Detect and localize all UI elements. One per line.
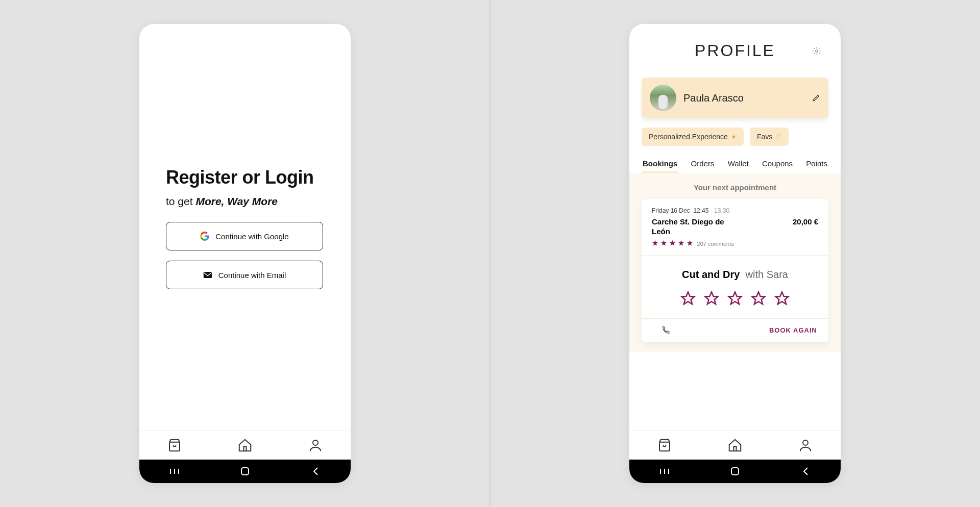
user-name: Paula Arasco xyxy=(683,92,805,104)
svg-marker-12 xyxy=(687,240,693,245)
continue-google-label: Continue with Google xyxy=(215,232,288,241)
avatar[interactable] xyxy=(650,85,676,111)
svg-marker-10 xyxy=(670,240,675,245)
service-line: Cut and Dry with Sara xyxy=(652,269,818,281)
recents-button[interactable] xyxy=(659,466,670,477)
rating-stars xyxy=(652,240,693,248)
home-icon[interactable] xyxy=(237,438,253,453)
svg-marker-9 xyxy=(661,240,667,245)
sparkle-icon: ✦ xyxy=(731,133,737,141)
phone-icon[interactable] xyxy=(661,326,670,335)
continue-google-button[interactable]: Continue with Google xyxy=(166,222,323,250)
comments-count: 207 comments xyxy=(697,241,734,247)
rate-stars xyxy=(652,291,818,306)
svg-point-7 xyxy=(816,50,818,53)
profile-icon[interactable] xyxy=(308,438,323,453)
tab-orders[interactable]: Orders xyxy=(690,156,716,173)
svg-rect-0 xyxy=(203,272,212,278)
home-button[interactable] xyxy=(239,466,251,477)
booking-place: Carche St. Diego de León xyxy=(652,217,739,237)
rate-star-3[interactable] xyxy=(727,291,743,306)
login-title: Register or Login xyxy=(166,167,324,188)
heart-icon: ♡ xyxy=(775,133,781,141)
rate-star-4[interactable] xyxy=(751,291,766,306)
bottom-tabbar xyxy=(139,430,351,460)
edit-icon[interactable] xyxy=(812,94,820,102)
android-system-bar xyxy=(139,460,351,483)
tab-bookings[interactable]: Bookings xyxy=(642,156,678,173)
continue-email-label: Continue with Email xyxy=(218,271,286,280)
user-card: Paula Arasco xyxy=(642,78,828,118)
continue-email-button[interactable]: Continue with Email xyxy=(166,261,323,289)
booking-card: Friday 16 Dec 12:45 - 13.30 Carche St. D… xyxy=(642,199,828,342)
mail-icon xyxy=(203,271,212,278)
shop-icon[interactable] xyxy=(167,438,182,453)
phone-login: Register or Login to get More, Way More … xyxy=(139,24,351,483)
svg-marker-15 xyxy=(729,292,742,304)
chip-personalized[interactable]: Personalized Experience ✦ xyxy=(642,128,744,146)
next-appointment-label: Your next appointment xyxy=(629,173,841,199)
tab-wallet[interactable]: Wallet xyxy=(727,156,750,173)
svg-rect-6 xyxy=(241,468,249,475)
recents-button[interactable] xyxy=(169,466,180,477)
svg-marker-16 xyxy=(752,292,765,304)
rate-star-1[interactable] xyxy=(680,291,696,306)
booking-price: 20,00 € xyxy=(793,217,818,226)
svg-rect-23 xyxy=(731,468,739,475)
svg-marker-8 xyxy=(652,240,658,245)
page-title: PROFILE xyxy=(629,41,841,60)
home-icon[interactable] xyxy=(727,438,743,453)
bottom-tabbar xyxy=(629,430,841,460)
login-subtitle: to get More, Way More xyxy=(166,195,324,208)
rate-star-2[interactable] xyxy=(704,291,719,306)
gear-icon[interactable] xyxy=(812,46,821,56)
svg-marker-14 xyxy=(705,292,718,304)
svg-marker-17 xyxy=(776,292,789,304)
svg-marker-11 xyxy=(678,240,684,245)
tab-coupons[interactable]: Coupons xyxy=(761,156,794,173)
booking-datetime: Friday 16 Dec 12:45 - 13.30 xyxy=(652,207,818,214)
profile-tabs: Bookings Orders Wallet Coupons Points xyxy=(629,156,841,173)
home-button[interactable] xyxy=(729,466,741,477)
tab-points[interactable]: Points xyxy=(805,156,828,173)
shop-icon[interactable] xyxy=(657,438,672,453)
chip-favs[interactable]: Favs ♡ xyxy=(750,128,789,146)
back-button[interactable] xyxy=(800,466,811,477)
back-button[interactable] xyxy=(310,466,321,477)
rate-star-5[interactable] xyxy=(774,291,790,306)
google-icon xyxy=(200,232,209,241)
profile-icon[interactable] xyxy=(798,438,813,453)
svg-point-19 xyxy=(803,440,808,445)
svg-point-2 xyxy=(313,440,318,445)
android-system-bar xyxy=(629,460,841,483)
phone-profile: PROFILE Paula Arasco Personalized E xyxy=(629,24,841,483)
svg-marker-13 xyxy=(682,292,695,304)
book-again-button[interactable]: BOOK AGAIN xyxy=(769,326,817,334)
